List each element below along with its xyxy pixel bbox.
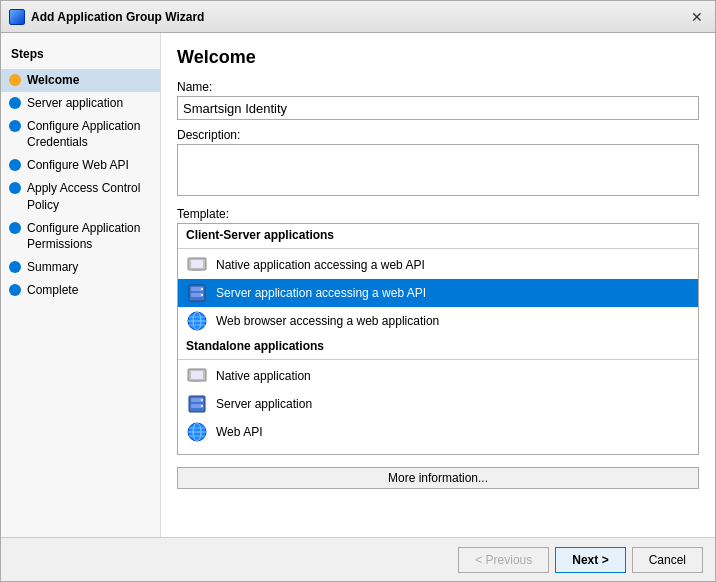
standalone-api-icon <box>186 421 208 443</box>
svg-rect-15 <box>193 380 201 382</box>
main-content: Welcome Name: Description: Template: Cli… <box>161 33 715 537</box>
sidebar-item-complete[interactable]: Complete <box>1 279 160 302</box>
sidebar-item-configure-web-api[interactable]: Configure Web API <box>1 154 160 177</box>
description-input[interactable] <box>177 144 699 196</box>
sidebar-item-configure-permissions[interactable]: Configure Application Permissions <box>1 217 160 257</box>
wizard-window: Add Application Group Wizard ✕ Steps Wel… <box>0 0 716 582</box>
step-dot-access <box>9 182 21 194</box>
sidebar-item-label-complete: Complete <box>27 282 78 299</box>
name-field-container: Name: <box>177 80 699 120</box>
step-dot-server <box>9 97 21 109</box>
steps-title: Steps <box>1 41 160 69</box>
title-bar: Add Application Group Wizard ✕ <box>1 1 715 33</box>
template-item-native-web-api[interactable]: Native application accessing a web API <box>178 251 698 279</box>
template-item-standalone-api[interactable]: Web API <box>178 418 698 446</box>
template-item-server-web-api[interactable]: Server application accessing a web API <box>178 279 698 307</box>
footer: < Previous Next > Cancel <box>1 537 715 581</box>
server-icon <box>186 282 208 304</box>
template-item-standalone-server[interactable]: Server application <box>178 390 698 418</box>
standalone-api-label: Web API <box>216 425 262 439</box>
page-title: Welcome <box>177 47 699 68</box>
server-web-api-label: Server application accessing a web API <box>216 286 426 300</box>
standalone-native-label: Native application <box>216 369 311 383</box>
next-button[interactable]: Next > <box>555 547 625 573</box>
more-information-button[interactable]: More information... <box>177 467 699 489</box>
client-server-group-title: Client-Server applications <box>178 224 698 246</box>
sidebar-item-label-access: Apply Access Control Policy <box>27 180 152 214</box>
browser-web-app-label: Web browser accessing a web application <box>216 314 439 328</box>
description-label: Description: <box>177 128 699 142</box>
step-dot-web-api <box>9 159 21 171</box>
sidebar-item-label-permissions: Configure Application Permissions <box>27 220 152 254</box>
svg-rect-14 <box>191 371 203 379</box>
sidebar-item-label-server: Server application <box>27 95 123 112</box>
svg-rect-2 <box>193 269 201 271</box>
close-button[interactable]: ✕ <box>687 7 707 27</box>
standalone-group-title: Standalone applications <box>178 335 698 357</box>
step-dot-complete <box>9 284 21 296</box>
step-dot-summary <box>9 261 21 273</box>
standalone-server-label: Server application <box>216 397 312 411</box>
svg-rect-1 <box>191 260 203 268</box>
browser-icon <box>186 310 208 332</box>
name-label: Name: <box>177 80 699 94</box>
standalone-native-icon <box>186 365 208 387</box>
sidebar-item-server-application[interactable]: Server application <box>1 92 160 115</box>
window-title: Add Application Group Wizard <box>31 10 681 24</box>
template-item-browser-web-app[interactable]: Web browser accessing a web application <box>178 307 698 335</box>
svg-point-20 <box>201 405 203 407</box>
description-field-container: Description: <box>177 128 699 199</box>
step-dot-welcome <box>9 74 21 86</box>
standalone-server-icon <box>186 393 208 415</box>
sidebar-item-label-welcome: Welcome <box>27 72 79 89</box>
step-dot-permissions <box>9 222 21 234</box>
wizard-icon <box>9 9 25 25</box>
template-list: Client-Server applications Native applic… <box>177 223 699 455</box>
template-item-standalone-native[interactable]: Native application <box>178 362 698 390</box>
sidebar-item-summary[interactable]: Summary <box>1 256 160 279</box>
sidebar-item-apply-access[interactable]: Apply Access Control Policy <box>1 177 160 217</box>
name-input[interactable] <box>177 96 699 120</box>
sidebar: Steps Welcome Server application Configu… <box>1 33 161 537</box>
native-web-api-label: Native application accessing a web API <box>216 258 425 272</box>
svg-point-19 <box>201 399 203 401</box>
previous-button[interactable]: < Previous <box>458 547 549 573</box>
svg-point-6 <box>201 288 203 290</box>
cancel-button[interactable]: Cancel <box>632 547 703 573</box>
template-container: Template: Client-Server applications Nat… <box>177 207 699 455</box>
step-dot-credentials <box>9 120 21 132</box>
sidebar-item-label-credentials: Configure Application Credentials <box>27 118 152 152</box>
native-icon <box>186 254 208 276</box>
sidebar-item-label-summary: Summary <box>27 259 78 276</box>
template-label: Template: <box>177 207 699 221</box>
sidebar-item-label-web-api: Configure Web API <box>27 157 129 174</box>
svg-point-7 <box>201 294 203 296</box>
sidebar-item-welcome[interactable]: Welcome <box>1 69 160 92</box>
content-area: Steps Welcome Server application Configu… <box>1 33 715 537</box>
sidebar-item-configure-credentials[interactable]: Configure Application Credentials <box>1 115 160 155</box>
